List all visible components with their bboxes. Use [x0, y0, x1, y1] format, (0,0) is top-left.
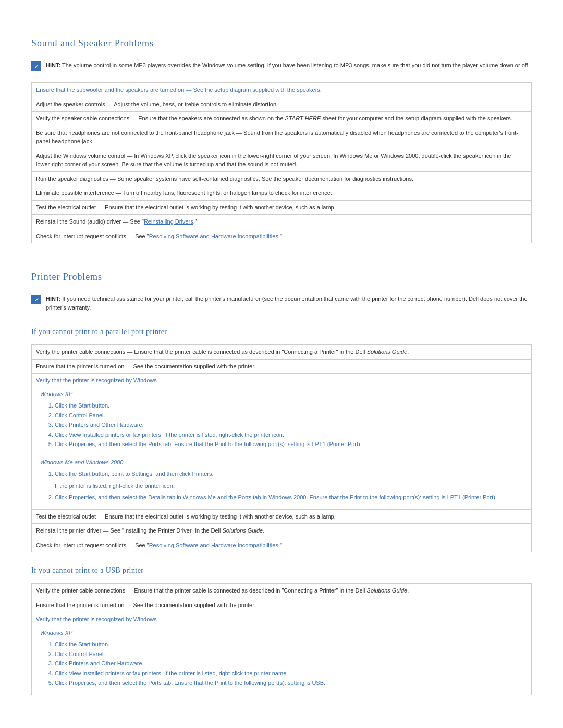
u-step-1: Click the Start button.: [55, 640, 523, 649]
sound-row-interference: Eliminate possible interference — Turn o…: [32, 186, 531, 201]
sound-row-headphones: Be sure that headphones are not connecte…: [32, 126, 531, 149]
p-row-reinstall-driver: Reinstall the printer driver — See "Inst…: [32, 524, 531, 538]
p-step-3: Click Printers and Other Hardware.: [55, 421, 523, 429]
p-windows-xp-steps: Click the Start button. Click Control Pa…: [40, 401, 523, 449]
p-windows-me-label: Windows Me and Windows 2000: [40, 458, 523, 467]
p-windows-me-section: Windows Me and Windows 2000 Click the St…: [36, 453, 527, 507]
p-row-electrical: Test the electrical outlet — Ensure that…: [32, 510, 531, 524]
p-me-step-1: Click the Start button, point to Setting…: [55, 470, 523, 478]
p-me-mid-text: If the printer is listed, right-click th…: [55, 482, 523, 490]
p-step-1: Click the Start button.: [55, 401, 523, 410]
sound-row-reinstall: Reinstall the Sound (audio) driver — See…: [32, 215, 531, 229]
p-step-5: Click Properties, and then select the Po…: [55, 440, 523, 449]
p-me-step-2: Click Properties, and then select the De…: [55, 493, 523, 502]
p-step-4: Click View installed printers or fax pri…: [55, 430, 523, 439]
sound-row-diagnostics: Run the speaker diagnostics — Some speak…: [32, 172, 531, 187]
sound-row-interrupt: Check for interrupt request conflicts — …: [32, 229, 531, 243]
hint-icon-printer: ✓: [31, 295, 41, 304]
sound-row-windows-volume: Adjust the Windows volume control — In W…: [32, 149, 531, 172]
resolving-incompatibilities-link-sound[interactable]: Resolving Software and Hardware Incompat…: [149, 233, 278, 239]
sound-table: Ensure that the subwoofer and the speake…: [31, 82, 532, 243]
p-row-interrupt: Check for interrupt request conflicts — …: [32, 538, 531, 552]
reinstalling-drivers-link[interactable]: Reinstalling Drivers: [144, 218, 193, 225]
u-step-2: Click Control Panel.: [55, 650, 523, 659]
sound-section-title: Sound and Speaker Problems: [31, 36, 532, 51]
u-step-4: Click View installed printers or fax pri…: [55, 669, 523, 678]
usb-printer-title: If you cannot print to a USB printer: [31, 565, 532, 576]
p-row-recognized: Verify that the printer is recognized by…: [32, 374, 531, 510]
parallel-printer-title: If you cannot print to a parallel port p…: [31, 326, 532, 337]
sound-row-subwoofer: Ensure that the subwoofer and the speake…: [32, 83, 531, 97]
sound-row-cable: Verify the speaker cable connections — E…: [32, 112, 531, 126]
p-windows-xp-section: Windows XP Click the Start button. Click…: [36, 385, 527, 453]
parallel-printer-table: Verify the printer cable connections — E…: [31, 344, 532, 552]
p-windows-me-steps-2: Click Properties, and then select the De…: [40, 493, 523, 502]
p-row-cable: Verify the printer cable connections — E…: [32, 345, 531, 360]
u-row-turned-on: Ensure that the printer is turned on — S…: [32, 598, 531, 613]
p-windows-xp-label: Windows XP: [40, 390, 523, 399]
sound-row-controls: Adjust the speaker controls — Adjust the…: [32, 97, 531, 112]
u-windows-xp-label: Windows XP: [40, 628, 523, 637]
section-divider-1: [31, 254, 532, 254]
p-row-turned-on: Ensure that the printer is turned on — S…: [32, 360, 531, 374]
u-step-5: Click Properties, and then select the Po…: [55, 678, 523, 687]
resolving-incompatibilities-link-printer[interactable]: Resolving Software and Hardware Incompat…: [149, 542, 278, 548]
hint-icon-sound: ✓: [31, 61, 41, 71]
u-windows-xp-section: Windows XP Click the Start button. Click…: [36, 624, 527, 692]
printer-section-title: Printer Problems: [31, 270, 532, 284]
printer-hint-text: HINT: If you need technical assistance f…: [46, 294, 532, 312]
u-windows-xp-steps: Click the Start button. Click Control Pa…: [40, 640, 523, 687]
sound-hint-box: ✓ HINT: The volume control in some MP3 p…: [31, 59, 532, 73]
usb-printer-table: Verify the printer cable connections — E…: [31, 583, 532, 695]
p-step-2: Click Control Panel.: [55, 411, 523, 420]
sound-row-electrical: Test the electrical outlet — Ensure that…: [32, 201, 531, 215]
p-windows-me-steps: Click the Start button, point to Setting…: [40, 470, 523, 478]
u-step-3: Click Printers and Other Hardware.: [55, 659, 523, 668]
printer-hint-box: ✓ HINT: If you need technical assistance…: [31, 292, 532, 314]
sound-hint-text: HINT: The volume control in some MP3 pla…: [46, 61, 530, 70]
u-row-cable: Verify the printer cable connections — E…: [32, 584, 531, 598]
u-row-recognized: Verify that the printer is recognized by…: [32, 612, 531, 695]
